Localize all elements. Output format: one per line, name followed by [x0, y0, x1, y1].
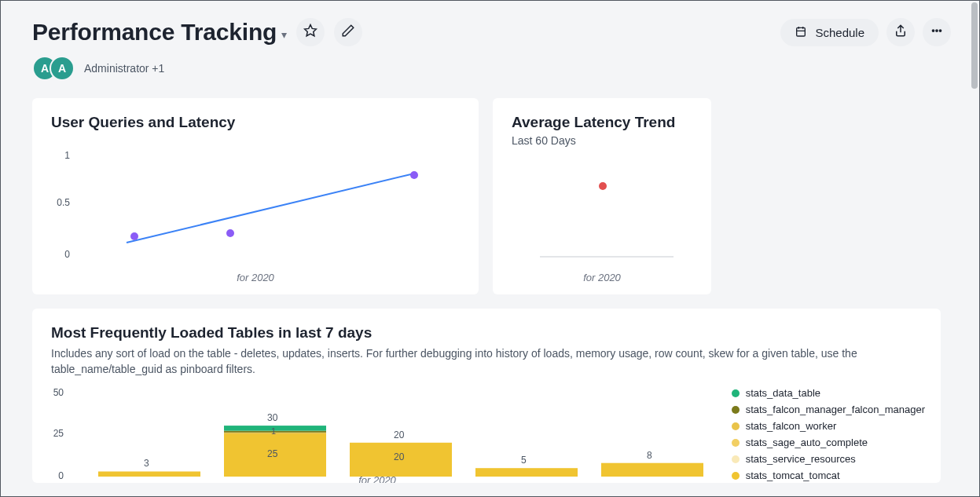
- svg-point-7: [226, 229, 234, 237]
- card-title: Most Frequently Loaded Tables in last 7 …: [51, 324, 922, 342]
- svg-point-2: [932, 30, 934, 31]
- more-icon: [930, 24, 944, 41]
- chart-legend: stats_data_table stats_falcon_manager_fa…: [732, 387, 925, 483]
- y-tick: 1: [51, 150, 70, 161]
- bar-label: 8: [647, 450, 652, 461]
- bar-label: 25: [267, 448, 277, 459]
- favorite-button[interactable]: [296, 18, 325, 46]
- share-icon: [894, 24, 908, 41]
- avatar: A: [50, 56, 75, 81]
- legend-label: stats_service_resources: [746, 453, 856, 465]
- share-button[interactable]: [886, 18, 915, 46]
- legend-label: stats_tomcat_tomcat: [746, 470, 840, 481]
- more-button[interactable]: [923, 18, 951, 46]
- owner-row: A A Administrator +1: [32, 56, 951, 81]
- bar-label: 20: [394, 451, 404, 462]
- edit-button[interactable]: [334, 18, 362, 46]
- bar-label: 3: [144, 458, 149, 469]
- legend-dot-icon: [732, 439, 740, 447]
- legend-item[interactable]: stats_sage_auto_complete: [732, 437, 925, 448]
- legend-label: stats_data_table: [746, 387, 820, 399]
- chart-card-loaded-tables[interactable]: Most Frequently Loaded Tables in last 7 …: [32, 309, 941, 483]
- scatter-chart: [516, 153, 689, 263]
- card-subtitle: Last 60 Days: [512, 134, 692, 147]
- card-footer: for 2020: [32, 272, 479, 283]
- card-description: Includes any sort of load on the table -…: [51, 346, 884, 377]
- svg-marker-0: [305, 25, 317, 36]
- bar-label: 5: [521, 455, 527, 466]
- legend-dot-icon: [732, 472, 740, 480]
- avatar-stack[interactable]: A A: [32, 56, 75, 81]
- pencil-icon: [341, 24, 355, 41]
- chart-card-avg-latency[interactable]: Average Latency Trend Last 60 Days for 2…: [493, 98, 711, 294]
- dashboard-header: Performance Tracking ▾ Schedule: [32, 18, 951, 46]
- svg-point-8: [410, 171, 418, 179]
- legend-dot-icon: [732, 455, 740, 463]
- card-footer: for 2020: [493, 272, 711, 283]
- schedule-label: Schedule: [815, 26, 864, 39]
- owner-label: Administrator +1: [84, 62, 164, 75]
- bar-labels: 3 30 1 25 20 20 5 8: [51, 387, 703, 481]
- svg-rect-1: [797, 27, 806, 36]
- card-footer: for 2020: [51, 474, 703, 483]
- svg-point-4: [939, 30, 941, 31]
- caret-down-icon: ▾: [281, 28, 287, 41]
- legend-item[interactable]: stats_service_resources: [732, 453, 925, 465]
- bar-label: 20: [394, 429, 404, 440]
- bar-label: 30: [267, 412, 277, 423]
- calendar-icon: [795, 25, 807, 40]
- svg-line-5: [127, 174, 414, 243]
- bar-label: 1: [271, 426, 276, 436]
- legend-item[interactable]: stats_falcon_manager_falcon_manager: [732, 404, 925, 415]
- chart-card-queries-latency[interactable]: User Queries and Latency 1 0.5 0 for 202…: [32, 98, 479, 294]
- svg-point-9: [599, 182, 607, 190]
- legend-dot-icon: [732, 389, 740, 397]
- svg-point-6: [130, 232, 138, 240]
- legend-item[interactable]: stats_data_table: [732, 387, 925, 399]
- svg-point-3: [936, 30, 938, 31]
- card-title: Average Latency Trend: [512, 114, 692, 131]
- star-icon: [303, 24, 317, 41]
- legend-dot-icon: [732, 422, 740, 430]
- card-title: User Queries and Latency: [51, 114, 460, 131]
- legend-label: stats_sage_auto_complete: [746, 437, 868, 448]
- legend-label: stats_falcon_worker: [746, 420, 837, 432]
- legend-item[interactable]: stats_falcon_worker: [732, 420, 925, 432]
- page-title: Performance Tracking: [32, 19, 277, 46]
- legend-label: stats_falcon_manager_falcon_manager: [746, 404, 925, 415]
- y-tick: 0: [51, 249, 70, 260]
- line-chart: [79, 145, 457, 259]
- legend-dot-icon: [732, 406, 740, 414]
- legend-item[interactable]: stats_tomcat_tomcat: [732, 470, 925, 481]
- scrollbar-thumb[interactable]: [971, 2, 978, 89]
- schedule-button[interactable]: Schedule: [780, 19, 879, 46]
- title-dropdown[interactable]: Performance Tracking ▾: [32, 19, 287, 46]
- y-tick: 0.5: [51, 197, 70, 208]
